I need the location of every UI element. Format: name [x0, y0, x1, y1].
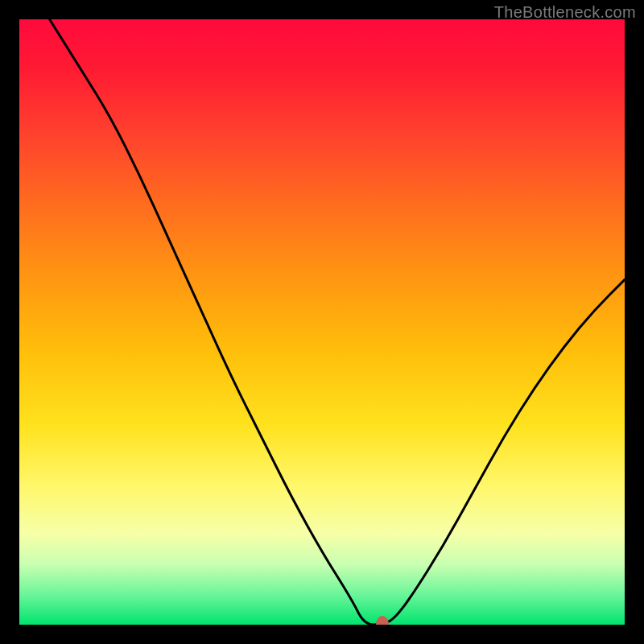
- watermark-text: TheBottleneck.com: [494, 3, 636, 22]
- chart-frame: TheBottleneck.com: [0, 0, 644, 644]
- plot-area: [19, 19, 625, 625]
- bottleneck-curve: [19, 19, 625, 625]
- bottleneck-curve-path: [50, 19, 625, 625]
